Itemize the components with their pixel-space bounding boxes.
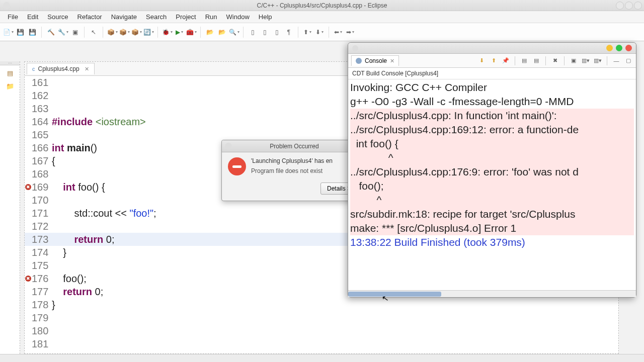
- console-titlebar[interactable]: [348, 43, 636, 54]
- open-console-dropdown[interactable]: ▥▾: [593, 56, 602, 65]
- code-line[interactable]: 181: [25, 337, 618, 350]
- wrap-icon[interactable]: ▤: [532, 56, 541, 65]
- line-text: }: [52, 298, 55, 311]
- console-toolbar: Console ✕ ⬇ ⬆ 📌 ▤ ▤ ✖ ▣ ▥▾ ▥▾ — ▢: [348, 54, 636, 68]
- console-window-icon: [352, 45, 358, 51]
- line-text: return 0;: [52, 285, 103, 298]
- code-line[interactable]: 179: [25, 311, 618, 324]
- dialog-titlebar[interactable]: Problem Occurred: [222, 140, 367, 152]
- build-all-button[interactable]: ▣: [70, 27, 80, 37]
- editor-tab-label: Cplusplus4.cpp: [38, 65, 79, 72]
- line-number: 167: [32, 154, 52, 167]
- new-dropdown[interactable]: 📄: [3, 27, 13, 37]
- close-button[interactable]: [634, 2, 642, 10]
- error-marker-icon[interactable]: [25, 184, 32, 190]
- line-text: {: [52, 154, 55, 167]
- console-line: ^: [350, 151, 634, 165]
- line-number: 168: [32, 167, 52, 180]
- palette-handle[interactable]: ⋯: [0, 61, 20, 65]
- status-bar: [0, 354, 644, 362]
- console-scrollbar-thumb[interactable]: [348, 292, 441, 297]
- maximize-button[interactable]: [625, 2, 633, 10]
- line-number: 170: [32, 194, 52, 207]
- toggle-mark-button[interactable]: ▯: [248, 27, 258, 37]
- menu-refactor[interactable]: Refactor: [73, 13, 107, 21]
- console-tab[interactable]: Console ✕: [351, 55, 399, 66]
- console-hscrollbar[interactable]: [348, 290, 636, 297]
- console-line: make: *** [src/Cplusplus4.o] Error 1: [350, 221, 634, 235]
- line-text: int main(): [52, 141, 97, 154]
- pointer-button[interactable]: ↖: [89, 27, 99, 37]
- run-dropdown[interactable]: ▶: [174, 27, 184, 37]
- menu-project[interactable]: Project: [171, 13, 200, 21]
- minimize-button[interactable]: [616, 2, 624, 10]
- show-whitespace-button[interactable]: ¶: [284, 27, 294, 37]
- down-arrow-icon[interactable]: ⬇: [477, 56, 486, 65]
- dialog-close-icon[interactable]: [225, 143, 232, 150]
- menu-file[interactable]: File: [3, 13, 23, 21]
- console-line: ../src/Cplusplus4.cpp:176:9: error: 'foo…: [350, 165, 634, 179]
- console-window: Console ✕ ⬇ ⬆ 📌 ▤ ▤ ✖ ▣ ▥▾ ▥▾ — ▢ CDT Bu…: [348, 42, 636, 298]
- new-source-dropdown[interactable]: 📦: [119, 27, 129, 37]
- debug-dropdown[interactable]: 🐞: [162, 27, 172, 37]
- mac-minimize-icon[interactable]: [606, 45, 613, 51]
- back-dropdown[interactable]: ⬅: [333, 27, 343, 37]
- minimize-view-icon[interactable]: —: [612, 56, 621, 65]
- save-button[interactable]: 💾: [15, 27, 25, 37]
- line-number: 161: [32, 76, 52, 89]
- new-class-dropdown[interactable]: 📦: [107, 27, 117, 37]
- external-tools-dropdown[interactable]: 🧰: [186, 27, 196, 37]
- menu-run[interactable]: Run: [201, 13, 222, 21]
- display-console-dropdown[interactable]: ▥▾: [581, 56, 590, 65]
- clear-console-icon[interactable]: ✖: [550, 56, 559, 65]
- console-line: foo();: [350, 179, 634, 193]
- editor-tab[interactable]: c Cplusplus4.cpp ✕: [27, 63, 95, 74]
- menu-help[interactable]: Help: [254, 13, 277, 21]
- open-element-button[interactable]: 📂: [217, 27, 227, 37]
- main-toolbar: 📄 💾 💾 🔨 🔧 ▣ ↖ 📦 📦 📦 🔄 🐞 ▶ 🧰 📂 📂 🔍 ▯ ▯ ▯ …: [0, 23, 644, 41]
- up-arrow-icon[interactable]: ⬆: [489, 56, 498, 65]
- line-number: 175: [32, 259, 52, 272]
- copy-icon[interactable]: ▤: [520, 56, 529, 65]
- menu-edit[interactable]: Edit: [23, 13, 43, 21]
- code-line[interactable]: 178}: [25, 298, 618, 311]
- open-type-button[interactable]: 📂: [205, 27, 215, 37]
- forward-dropdown[interactable]: ➡: [345, 27, 355, 37]
- menu-bar: FileEditSourceRefactorNavigateSearchProj…: [0, 11, 644, 23]
- error-icon: [228, 157, 246, 175]
- dialog-title: Problem Occurred: [270, 143, 318, 150]
- prev-annotation-dropdown[interactable]: ⬆: [302, 27, 312, 37]
- menu-source[interactable]: Source: [43, 13, 72, 21]
- line-text: std::cout << "foo!";: [52, 207, 156, 220]
- save-all-button[interactable]: 💾: [27, 27, 37, 37]
- line-number: 174: [32, 246, 52, 259]
- line-number: 169: [32, 180, 52, 194]
- next-annotation-dropdown[interactable]: ⬇: [314, 27, 325, 37]
- mac-close-icon[interactable]: [625, 45, 632, 51]
- block-select-button[interactable]: ▯: [272, 27, 282, 37]
- new-header-dropdown[interactable]: 📦: [131, 27, 141, 37]
- refresh-dropdown[interactable]: 🔄: [143, 27, 153, 37]
- console-output[interactable]: Invoking: GCC C++ Compilerg++ -O0 -g3 -W…: [348, 79, 636, 290]
- line-number: 164: [32, 115, 52, 128]
- mac-maximize-icon[interactable]: [616, 45, 622, 51]
- menu-navigate[interactable]: Navigate: [107, 13, 141, 21]
- menu-window[interactable]: Window: [222, 13, 254, 21]
- cpp-file-icon: c: [32, 66, 35, 72]
- code-line[interactable]: 180: [25, 324, 618, 337]
- pin-icon[interactable]: 📌: [501, 56, 510, 65]
- project-explorer-icon[interactable]: 📁: [5, 80, 16, 92]
- search-dropdown[interactable]: 🔍: [229, 27, 239, 37]
- annotation-button[interactable]: ▯: [260, 27, 270, 37]
- terminate-icon[interactable]: ▣: [569, 56, 578, 65]
- maximize-view-icon[interactable]: ▢: [624, 56, 633, 65]
- error-marker-icon[interactable]: [25, 276, 32, 282]
- outline-icon[interactable]: ▤: [5, 67, 16, 78]
- menu-search[interactable]: Search: [141, 13, 171, 21]
- build-button[interactable]: 🔨: [46, 27, 56, 37]
- build-config-dropdown[interactable]: 🔧: [58, 27, 68, 37]
- console-tab-close-icon[interactable]: ✕: [390, 58, 394, 64]
- line-number: 165: [32, 128, 52, 141]
- close-tab-icon[interactable]: ✕: [85, 66, 89, 72]
- titlebar-left-button[interactable]: [3, 2, 10, 9]
